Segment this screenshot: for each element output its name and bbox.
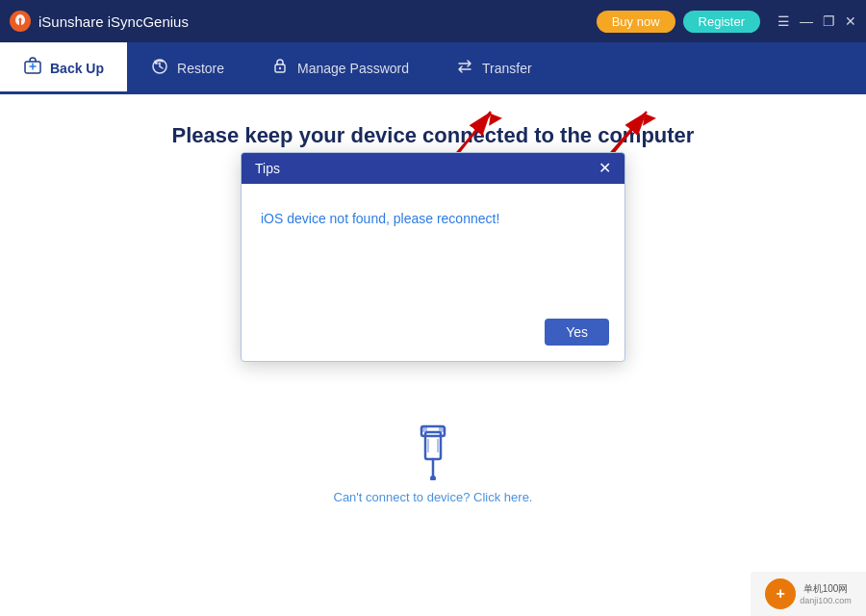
title-bar: iSunshare iSyncGenius Buy now Register ☰… <box>0 0 866 42</box>
svg-rect-17 <box>421 426 427 432</box>
menu-button[interactable]: ☰ <box>777 13 790 29</box>
nav-item-restore[interactable]: Restore <box>127 42 247 94</box>
buy-now-button[interactable]: Buy now <box>597 11 675 33</box>
app-title: iSunshare iSyncGenius <box>38 13 189 30</box>
nav-item-transfer[interactable]: Transfer <box>432 42 555 94</box>
nav-restore-label: Restore <box>177 61 224 76</box>
dialog-close-button[interactable]: ✕ <box>599 161 611 176</box>
svg-rect-18 <box>439 426 445 432</box>
minimize-button[interactable]: — <box>800 13 813 29</box>
svg-point-4 <box>279 66 281 68</box>
cant-connect-link[interactable]: Can't connect to device? Click here. <box>334 490 533 504</box>
nav-item-backup[interactable]: Back Up <box>0 42 127 94</box>
svg-point-20 <box>430 475 436 480</box>
restore-button[interactable]: ❐ <box>823 13 835 29</box>
restore-icon <box>150 57 169 81</box>
watermark-url: danji100.com <box>800 596 852 605</box>
main-heading: Please keep your device connected to the… <box>172 123 695 148</box>
nav-bar: Back Up Restore Manage Password <box>0 42 866 94</box>
watermark-text: 单机100网 <box>803 582 849 596</box>
watermark-logo: + <box>765 578 796 609</box>
dialog-body: iOS device not found, please reconnect! <box>242 184 624 319</box>
backup-icon <box>23 57 42 81</box>
dialog-overlay: Tips ✕ iOS device not found, please reco… <box>241 152 625 362</box>
dialog-header: Tips ✕ <box>242 153 624 184</box>
dialog-title: Tips <box>255 161 280 176</box>
dialog-message: iOS device not found, please reconnect! <box>261 211 605 226</box>
yes-button[interactable]: Yes <box>545 319 609 346</box>
dialog-footer: Yes <box>242 319 624 361</box>
nav-backup-label: Back Up <box>50 61 104 76</box>
main-content: Please keep your device connected to the… <box>0 94 866 616</box>
manage-password-icon <box>270 57 290 81</box>
nav-transfer-label: Transfer <box>482 61 532 76</box>
transfer-icon <box>455 57 474 81</box>
nav-manage-password-label: Manage Password <box>297 61 409 76</box>
nav-item-manage-password[interactable]: Manage Password <box>247 42 432 94</box>
app-logo-icon <box>10 11 31 32</box>
tips-dialog: Tips ✕ iOS device not found, please reco… <box>241 152 625 362</box>
close-button[interactable]: ✕ <box>845 13 856 29</box>
register-button[interactable]: Register <box>683 11 760 33</box>
title-bar-left: iSunshare iSyncGenius <box>10 11 189 32</box>
usb-area: Can't connect to device? Click here. <box>334 423 533 504</box>
title-bar-right: Buy now Register ☰ — ❐ ✕ <box>597 11 856 33</box>
watermark: + 单机100网 danji100.com <box>751 572 866 616</box>
usb-icon <box>409 423 457 480</box>
window-controls: ☰ — ❐ ✕ <box>777 13 856 29</box>
